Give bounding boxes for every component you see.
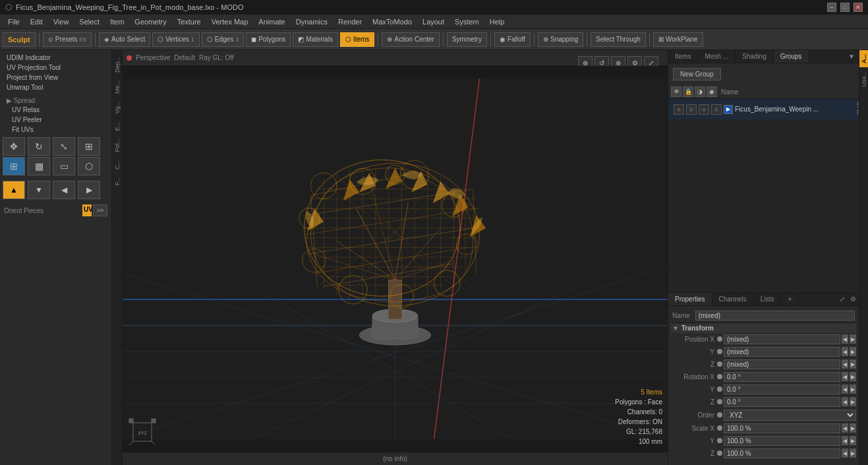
order-select[interactable]: XYZ bbox=[724, 410, 856, 421]
menu-edit[interactable]: Edit bbox=[25, 16, 48, 27]
items-button[interactable]: ⬡ Items bbox=[340, 32, 374, 47]
edges-button[interactable]: ⬡ Edges 3 bbox=[202, 32, 244, 47]
scale-z-right[interactable]: ▶ bbox=[850, 449, 856, 458]
rotate-tool-btn[interactable]: ↻ bbox=[28, 137, 50, 156]
rtab-mesh[interactable]: Mesh ... bbox=[698, 50, 736, 63]
ptab-channels[interactable]: Channels bbox=[712, 293, 754, 305]
plane-btn[interactable]: ▭ bbox=[53, 157, 75, 175]
group-eye-icon[interactable]: 👁 bbox=[671, 86, 681, 97]
select-through-button[interactable]: Select Through bbox=[591, 32, 646, 47]
pos-x-input[interactable] bbox=[724, 334, 840, 344]
menu-texture[interactable]: Texture bbox=[172, 16, 206, 27]
workplane-button[interactable]: ⊠ WorkPlane bbox=[653, 32, 703, 47]
arrow-up-btn[interactable]: ▲ bbox=[3, 181, 25, 199]
fit-uvs-tool[interactable]: Fit UVs bbox=[3, 125, 109, 135]
vtab-me[interactable]: Me... bbox=[113, 77, 122, 98]
new-group-button[interactable]: New Group bbox=[673, 68, 721, 80]
rvtab-use[interactable]: Use... bbox=[859, 67, 868, 91]
presets-button[interactable]: ⊙ Presets F6 bbox=[43, 32, 92, 47]
ptab-lists[interactable]: Lists bbox=[754, 293, 782, 305]
group-item-render[interactable]: ○ bbox=[711, 104, 722, 115]
menu-view[interactable]: View bbox=[48, 16, 74, 27]
menu-animate[interactable]: Animate bbox=[253, 16, 290, 27]
uv-grid-btn[interactable]: ⊞ bbox=[3, 157, 25, 175]
minimize-button[interactable]: – bbox=[827, 3, 836, 12]
rot-z-left[interactable]: ◀ bbox=[842, 397, 848, 406]
group-item-eye[interactable]: ○ bbox=[674, 104, 684, 115]
scale-y-right[interactable]: ▶ bbox=[850, 436, 856, 445]
arrow-down-btn[interactable]: ▼ bbox=[28, 181, 50, 199]
more-btn[interactable]: >> bbox=[93, 204, 107, 216]
menu-item[interactable]: Item bbox=[105, 16, 129, 27]
transform-section-header[interactable]: ▼ Transform bbox=[671, 323, 856, 333]
ptab-properties[interactable]: Properties bbox=[668, 293, 712, 305]
pos-z-input[interactable] bbox=[724, 359, 840, 369]
menu-help[interactable]: Help bbox=[484, 16, 510, 27]
symmetry-button[interactable]: Symmetry bbox=[447, 32, 487, 47]
nav-cube[interactable]: XYZ bbox=[128, 418, 157, 447]
menu-render[interactable]: Render bbox=[333, 16, 367, 27]
maximize-button[interactable]: □ bbox=[840, 3, 850, 12]
menu-system[interactable]: System bbox=[449, 16, 484, 27]
props-settings-btn[interactable]: ⚙ bbox=[848, 293, 859, 305]
rot-x-right[interactable]: ▶ bbox=[850, 372, 856, 381]
vtab-c[interactable]: C... bbox=[113, 156, 122, 173]
falloff-button[interactable]: ◉ Falloff bbox=[494, 32, 531, 47]
pos-y-left[interactable]: ◀ bbox=[842, 347, 848, 356]
uv-relax-tool[interactable]: UV Relax bbox=[3, 105, 109, 115]
rot-x-left[interactable]: ◀ bbox=[842, 372, 848, 381]
scale-x-input[interactable] bbox=[724, 423, 840, 433]
menu-file[interactable]: File bbox=[3, 16, 25, 27]
scale-z-input[interactable] bbox=[724, 449, 840, 458]
transform-tool-btn[interactable]: ⊞ bbox=[78, 137, 100, 156]
rtab-shading[interactable]: Shading bbox=[736, 50, 774, 63]
group-item-row[interactable]: ○ ○ ○ ○ ▶ Ficus_Benjamina_Weepin ... 5 I… bbox=[668, 99, 859, 119]
snapping-button[interactable]: ⊕ Snapping bbox=[538, 32, 583, 47]
ptab-add[interactable]: + bbox=[781, 293, 799, 305]
scale-x-left[interactable]: ◀ bbox=[842, 423, 848, 433]
pos-z-right[interactable]: ▶ bbox=[850, 359, 856, 369]
scale-x-right[interactable]: ▶ bbox=[850, 423, 856, 433]
unwrap-tool[interactable]: Unwrap Tool bbox=[3, 82, 109, 92]
menu-maxtomodo[interactable]: MaxToModo bbox=[367, 16, 417, 27]
scale-z-left[interactable]: ◀ bbox=[842, 449, 848, 458]
group-item-lock[interactable]: ○ bbox=[686, 104, 697, 115]
auto-select-button[interactable]: ◈ Auto Select bbox=[99, 32, 150, 47]
props-expand-btn[interactable]: ⤢ bbox=[837, 293, 848, 305]
viewport-canvas[interactable]: 5 Items Polygons : Face Channels: 0 Defo… bbox=[123, 66, 668, 452]
arrow-right-btn[interactable]: ▶ bbox=[78, 181, 100, 199]
group-render-icon[interactable]: ◉ bbox=[707, 86, 717, 97]
rtab-groups[interactable]: Groups bbox=[774, 50, 809, 63]
group-lock-icon[interactable]: 🔒 bbox=[683, 86, 693, 97]
pos-y-input[interactable] bbox=[724, 347, 840, 357]
name-prop-input[interactable] bbox=[695, 311, 855, 321]
mesh-btn[interactable]: ⬡ bbox=[78, 157, 100, 175]
titlebar-controls[interactable]: – □ ✕ bbox=[827, 3, 863, 12]
group-vis-icon[interactable]: ◑ bbox=[695, 86, 705, 97]
scale-y-left[interactable]: ◀ bbox=[842, 436, 848, 445]
pos-z-left[interactable]: ◀ bbox=[842, 359, 848, 369]
move-tool-btn[interactable]: ✥ bbox=[3, 137, 25, 156]
arrow-left-btn[interactable]: ◀ bbox=[53, 181, 75, 199]
close-button[interactable]: ✕ bbox=[854, 3, 863, 12]
uv-peeler-tool[interactable]: UV Peeler bbox=[3, 115, 109, 125]
menu-geometry[interactable]: Geometry bbox=[129, 16, 171, 27]
pos-x-right[interactable]: ▶ bbox=[850, 334, 856, 344]
sculpt-button[interactable]: Sculpt bbox=[3, 32, 36, 47]
menu-vertexmap[interactable]: Vertex Map bbox=[206, 16, 254, 27]
scale-y-input[interactable] bbox=[724, 436, 840, 446]
rot-z-input[interactable] bbox=[724, 397, 840, 407]
materials-button[interactable]: ◩ Materials bbox=[293, 32, 338, 47]
rot-z-right[interactable]: ▶ bbox=[850, 397, 856, 406]
rot-y-right[interactable]: ▶ bbox=[850, 385, 856, 394]
project-from-view-tool[interactable]: Project from View bbox=[3, 73, 109, 82]
rot-x-input[interactable] bbox=[724, 372, 840, 382]
vtab-vg[interactable]: Vg... bbox=[113, 98, 122, 118]
action-center-button[interactable]: ⊕ Action Center bbox=[382, 32, 440, 47]
group-item-vis[interactable]: ○ bbox=[699, 104, 709, 115]
menu-layout[interactable]: Layout bbox=[417, 16, 449, 27]
scale-tool-btn[interactable]: ⤡ bbox=[53, 137, 75, 156]
menu-dynamics[interactable]: Dynamics bbox=[291, 16, 333, 27]
udim-indicator-tool[interactable]: UDIM Indicator bbox=[3, 53, 109, 63]
pos-y-right[interactable]: ▶ bbox=[850, 347, 856, 356]
